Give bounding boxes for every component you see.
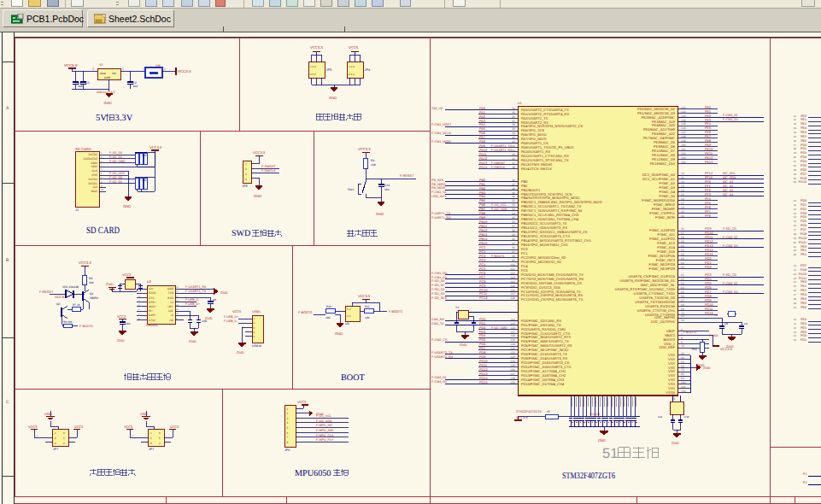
svg-text:1: 1: [321, 81, 323, 84]
svg-text:13: 13: [794, 331, 797, 334]
svg-text:1: 1: [349, 81, 351, 84]
svg-text:12: 12: [794, 122, 797, 126]
svg-text:I2C_A4: I2C_A4: [723, 193, 733, 196]
svg-text:10K: 10K: [371, 163, 377, 167]
svg-text:I2C_A3: I2C_A3: [723, 189, 733, 192]
svg-text:PB_MOSI: PB_MOSI: [431, 186, 445, 190]
svg-text:PA14/JTCK-SWCLK: PA14/JTCK-SWCLK: [521, 167, 552, 171]
svg-text:F-CM4_IO: F-CM4_IO: [431, 376, 446, 379]
svg-text:14: 14: [794, 334, 797, 337]
svg-text:PE3: PE3: [800, 126, 806, 130]
svg-text:10: 10: [101, 188, 104, 191]
svg-text:3: 3: [287, 417, 289, 420]
svg-text:RXD1: RXD1: [149, 291, 156, 295]
svg-text:USB-M: USB-M: [252, 344, 261, 348]
svg-text:F-SWDAT: F-SWDAT: [491, 161, 506, 165]
svg-text:12: 12: [794, 208, 797, 211]
svg-text:F-USART1_RX: F-USART1_RX: [491, 149, 513, 152]
svg-text:1: 1: [143, 67, 144, 71]
svg-text:1: 1: [132, 434, 134, 437]
svg-text:3.3V: 3.3V: [115, 114, 133, 123]
svg-text:VCC5.0: VCC5.0: [64, 63, 78, 67]
svg-text:VCC5: VCC5: [232, 310, 241, 314]
svg-text:F-SD_CD: F-SD_CD: [723, 227, 736, 231]
svg-text:C: C: [6, 400, 9, 405]
svg-text:GND: GND: [671, 442, 679, 445]
svg-text:C6: C6: [213, 298, 216, 302]
svg-text:VD1 1N4148: VD1 1N4148: [62, 285, 79, 289]
svg-text:PD6: PD6: [800, 168, 806, 172]
svg-text:1: 1: [360, 81, 361, 84]
svg-text:11: 11: [794, 118, 796, 121]
svg-text:4: 4: [245, 178, 247, 181]
svg-text:CMD: CMD: [91, 161, 97, 165]
svg-text:GND: GND: [376, 212, 384, 216]
svg-text:GND: GND: [117, 339, 125, 343]
svg-text:TIM_LD: TIM_LD: [431, 107, 443, 110]
svg-text:RXD: RXD: [167, 296, 173, 300]
svg-text:F-BOOT1: F-BOOT1: [491, 255, 505, 258]
svg-text:2 3: 2 3: [347, 314, 351, 318]
svg-text:PD3: PD3: [800, 212, 806, 215]
svg-text:JP6: JP6: [284, 448, 290, 452]
svg-text:U2: U2: [147, 280, 151, 284]
svg-text:10K: 10K: [142, 154, 148, 157]
svg-text:CTS#: CTS#: [149, 319, 155, 322]
svg-text:103: 103: [126, 322, 131, 325]
svg-text:F-SD_D0: F-SD_D0: [431, 279, 444, 283]
svg-text:F-UART1_TX: F-UART1_TX: [431, 212, 451, 215]
svg-text:PE4: PE4: [800, 297, 806, 301]
svg-text:XI: XI: [171, 314, 173, 317]
svg-text:F-I2C_SDA: F-I2C_SDA: [316, 419, 332, 423]
svg-text:VCC3.3: VCC3.3: [589, 413, 600, 416]
svg-text:VCC3.3: VCC3.3: [79, 261, 91, 265]
svg-text:F-MPU_CLK: F-MPU_CLK: [316, 434, 334, 437]
svg-text:MPU6050: MPU6050: [295, 469, 331, 478]
svg-text:F-SD_D2: F-SD_D2: [431, 288, 444, 291]
svg-text:I2C_A1: I2C_A1: [723, 180, 733, 184]
svg-text:F-SD_CMD: F-SD_CMD: [491, 326, 507, 330]
svg-text:P1: P1: [803, 472, 806, 476]
svg-text:C9: C9: [744, 322, 748, 325]
svg-text:21: 21: [794, 245, 797, 249]
svg-text:Vout: Vout: [100, 72, 106, 75]
svg-text:GND: GND: [598, 438, 606, 442]
svg-text:F-SWCLK: F-SWCLK: [491, 166, 506, 169]
svg-text:VSSA: VSSA: [666, 390, 675, 395]
svg-text:R6: R6: [89, 277, 92, 280]
svg-text:PE6: PE6: [800, 306, 806, 309]
svg-text:F-CM1_NSET: F-CM1_NSET: [431, 123, 452, 126]
svg-text:PD4: PD4: [800, 215, 806, 219]
svg-text:CTS: CTS: [149, 296, 154, 300]
svg-text:F-SD_D3: F-SD_D3: [431, 292, 444, 296]
svg-text:R7 1K: R7 1K: [73, 303, 81, 307]
svg-text:F-USART3_TX: F-USART3_TX: [431, 351, 453, 355]
svg-text:11: 11: [794, 268, 796, 272]
svg-text:F-CM2_IO: F-CM2_IO: [723, 282, 737, 285]
svg-text:JP7: JP7: [149, 448, 154, 451]
svg-text:1: 1: [355, 59, 356, 62]
svg-text:VCC3: VCC3: [117, 315, 126, 319]
svg-text:14: 14: [794, 215, 797, 219]
svg-text:USB1: USB1: [252, 310, 261, 314]
svg-text:16: 16: [794, 289, 797, 292]
svg-text:GND: GND: [44, 412, 52, 416]
svg-text:F-CM1_MOSI: F-CM1_MOSI: [431, 140, 451, 144]
svg-text:J1: J1: [75, 208, 79, 212]
svg-text:GND: GND: [189, 340, 196, 343]
svg-text:F-MPU_FSY: F-MPU_FSY: [316, 438, 334, 442]
svg-text:V3: V3: [170, 301, 173, 304]
svg-text:VSS: VSS: [91, 173, 98, 177]
svg-text:PD7: PD7: [800, 173, 806, 176]
svg-text:I2C_SCL: I2C_SCL: [723, 172, 736, 175]
svg-text:F-I2C_SDA: F-I2C_SDA: [491, 208, 507, 211]
svg-text:12: 12: [794, 326, 797, 330]
svg-text:F-BOOT0: F-BOOT0: [79, 325, 93, 328]
svg-text:PE0: PE0: [800, 114, 806, 118]
svg-text:PD0: PD0: [800, 199, 806, 202]
svg-text:19: 19: [794, 151, 797, 155]
svg-text:19: 19: [794, 302, 797, 305]
svg-text:Q2: Q2: [56, 302, 61, 306]
svg-text:F-SD_SCK: F-SD_SCK: [109, 172, 125, 175]
svg-text:CH340G: CH340G: [146, 324, 158, 327]
